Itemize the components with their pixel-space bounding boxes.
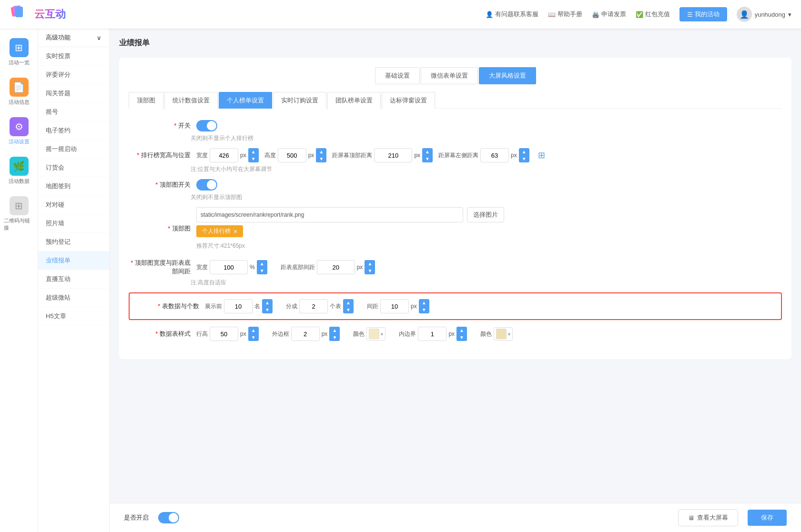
color1-dropdown[interactable]: ▾ [366, 327, 385, 341]
show-before-down-btn[interactable]: ▼ [262, 306, 273, 313]
tab-wechat-form[interactable]: 微信表单设置 [421, 67, 478, 84]
my-activity-button[interactable]: ☰ 我的活动 [679, 7, 727, 21]
top-dist-input[interactable] [374, 148, 412, 162]
menu-item-pair-match[interactable]: 对对碰 [38, 196, 109, 214]
menu-item-performance[interactable]: 业绩报单 [38, 251, 109, 270]
menu-item-map-checkin[interactable]: 地图签到 [38, 177, 109, 196]
main-switch-toggle[interactable] [196, 120, 217, 131]
help-icon: 📖 [548, 11, 556, 18]
img-width-spin: ▲ ▼ [257, 260, 267, 274]
preview-tag[interactable]: 个人排行榜 × [196, 225, 243, 237]
menu-item-e-contract[interactable]: 电子签约 [38, 121, 109, 140]
img-width-down-btn[interactable]: ▼ [257, 267, 267, 274]
bottom-margin-down-btn[interactable]: ▼ [365, 267, 375, 274]
top-switch-label: * 顶部图开关 [129, 181, 191, 189]
menu-item-quiz[interactable]: 闯关答题 [38, 84, 109, 103]
menu-section-advanced[interactable]: 高级功能 ∨ [38, 29, 109, 47]
bottom-margin-up-btn[interactable]: ▲ [365, 260, 375, 267]
inner-border-up-btn[interactable]: ▲ [456, 327, 467, 334]
sidebar-item-activity-data[interactable]: 🌿 活动数据 [2, 152, 36, 190]
row-height-input[interactable] [210, 327, 238, 341]
split-spin: ▲ ▼ [343, 299, 354, 313]
tab-realtime-order[interactable]: 实时订购设置 [273, 92, 326, 109]
gap-spin: ▲ ▼ [419, 299, 429, 313]
img-width-input[interactable] [210, 260, 248, 274]
bottom-margin-input-group: 距表底部间距 px ▲ ▼ [281, 260, 375, 274]
sidebar-item-qr-link[interactable]: ⊞ 二维码与链接 [2, 191, 36, 236]
save-button[interactable]: 保存 [748, 510, 787, 526]
menu-item-photo-wall[interactable]: 照片墙 [38, 214, 109, 233]
menu-item-live[interactable]: 直播互动 [38, 270, 109, 289]
width-down-btn[interactable]: ▼ [248, 155, 259, 162]
gap-input[interactable] [380, 299, 409, 313]
menu-item-h5-article[interactable]: H5文章 [38, 307, 109, 326]
img-width-label: 宽度 [196, 263, 208, 271]
show-before-spin: ▲ ▼ [262, 299, 273, 313]
tab-target-popup[interactable]: 达标弹窗设置 [382, 92, 435, 109]
height-input[interactable] [278, 148, 306, 162]
menu-item-realtime-vote[interactable]: 实时投票 [38, 47, 109, 66]
view-big-screen-button[interactable]: 🖥 查看大屏幕 [678, 509, 738, 526]
inner-border-spin: ▲ ▼ [456, 327, 467, 341]
height-up-btn[interactable]: ▲ [316, 148, 326, 155]
height-down-btn[interactable]: ▼ [316, 155, 326, 162]
tab-personal-rank[interactable]: 个人榜单设置 [219, 92, 272, 109]
tab-team-rank[interactable]: 团队榜单设置 [327, 92, 381, 109]
select-image-button[interactable]: 选择图片 [467, 207, 504, 222]
top-dist-up-btn[interactable]: ▲ [422, 148, 433, 155]
split-down-btn[interactable]: ▼ [343, 306, 354, 313]
show-before-input[interactable] [224, 299, 253, 313]
gap-down-btn[interactable]: ▼ [419, 306, 429, 313]
row-height-up-btn[interactable]: ▲ [248, 327, 259, 334]
inner-border-input[interactable] [418, 327, 446, 341]
show-before-input-group: 展示前 名 ▲ ▼ [205, 299, 273, 313]
tab-stats-settings[interactable]: 统计数值设置 [164, 92, 218, 109]
left-dist-input[interactable] [480, 148, 509, 162]
row-height-down-btn[interactable]: ▼ [248, 334, 259, 341]
inner-border-input-group: 内边界 px ▲ ▼ [399, 327, 467, 341]
menu-item-lucky-draw[interactable]: 摇号 [38, 103, 109, 121]
outer-border-input[interactable] [291, 327, 320, 341]
top-dist-down-btn[interactable]: ▼ [422, 155, 433, 162]
is-open-toggle[interactable] [158, 512, 179, 523]
menu-item-judge-score[interactable]: 评委评分 [38, 66, 109, 84]
image-path-input[interactable] [196, 207, 463, 222]
width-input[interactable] [210, 148, 238, 162]
nav-customer-service[interactable]: 👤 有问题联系客服 [486, 10, 538, 19]
outer-border-down-btn[interactable]: ▼ [329, 334, 340, 341]
left-dist-up-btn[interactable]: ▲ [519, 148, 529, 155]
row-height-label: 行高 [196, 330, 208, 338]
qr-icon[interactable]: ⊞ [538, 150, 545, 161]
user-info[interactable]: 👤 yunhudong ▾ [737, 7, 791, 22]
outer-border-label: 外边框 [272, 330, 289, 338]
split-up-btn[interactable]: ▲ [343, 299, 354, 306]
menu-item-reservation[interactable]: 预约登记 [38, 233, 109, 251]
bottom-margin-input[interactable] [317, 260, 355, 274]
table-data-section: * 表数据与个数 展示前 名 ▲ ▼ 分成 个表 [129, 292, 782, 320]
close-preview-btn[interactable]: × [233, 228, 237, 235]
tab-basic-settings[interactable]: 基础设置 [375, 67, 420, 84]
img-width-up-btn[interactable]: ▲ [257, 260, 267, 267]
nav-redpacket[interactable]: ✅ 红包充值 [636, 10, 670, 19]
split-input[interactable] [299, 299, 328, 313]
gap-up-btn[interactable]: ▲ [419, 299, 429, 306]
tab-bigscreen-style[interactable]: 大屏风格设置 [479, 67, 536, 84]
left-dist-down-btn[interactable]: ▼ [519, 155, 529, 162]
inner-border-down-btn[interactable]: ▼ [456, 334, 467, 341]
sidebar-item-activity-info[interactable]: 📄 活动信息 [2, 73, 36, 110]
sidebar-item-activity-settings[interactable]: ⚙ 活动设置 [2, 112, 36, 150]
menu-item-shake-start[interactable]: 摇一摇启动 [38, 140, 109, 159]
menu-item-order-meeting[interactable]: 订货会 [38, 159, 109, 177]
nav-invoice[interactable]: 🖨️ 申请发票 [592, 10, 626, 19]
menu-item-super-micro[interactable]: 超级微站 [38, 289, 109, 307]
nav-actions: 👤 有问题联系客服 📖 帮助手册 🖨️ 申请发票 ✅ 红包充值 ☰ 我的活动 👤… [486, 7, 791, 22]
show-before-up-btn[interactable]: ▲ [262, 299, 273, 306]
nav-help[interactable]: 📖 帮助手册 [548, 10, 582, 19]
sidebar-item-activity-list[interactable]: ⊞ 活动一览 [2, 33, 36, 71]
show-before-unit: 名 [254, 302, 260, 311]
color2-dropdown[interactable]: ▾ [494, 327, 513, 341]
top-image-switch-toggle[interactable] [196, 179, 217, 191]
outer-border-up-btn[interactable]: ▲ [329, 327, 340, 334]
tab-top-image[interactable]: 顶部图 [129, 92, 163, 109]
width-up-btn[interactable]: ▲ [248, 148, 259, 155]
